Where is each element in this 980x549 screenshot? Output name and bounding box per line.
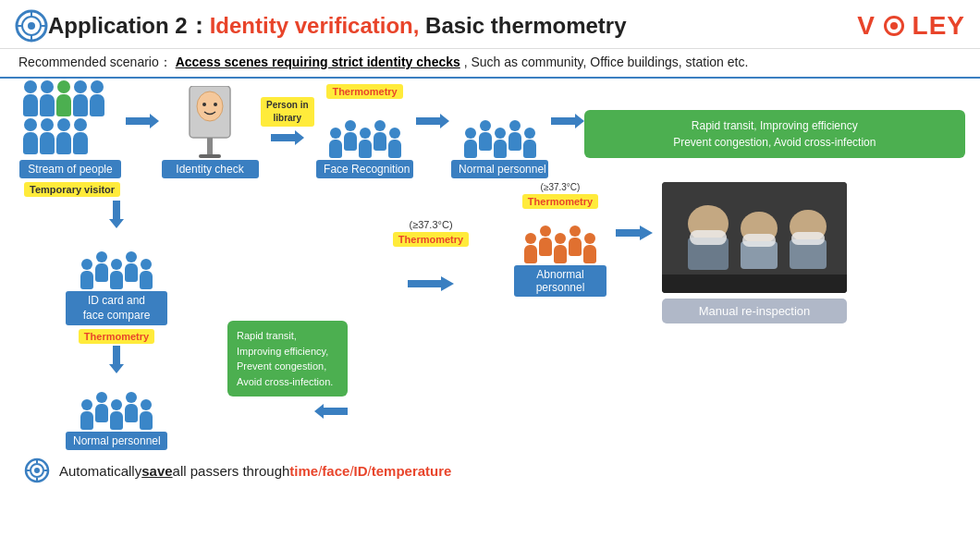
- scenario-bar: Recommended scenario： Access scenes requ…: [0, 49, 980, 77]
- middle-branch: (≥37.3°C) Thermometry: [357, 182, 505, 450]
- person-icon: [23, 118, 38, 154]
- thermometry-badge-top: Thermometry: [326, 84, 402, 99]
- node-stream: Stream of people: [15, 84, 126, 178]
- svg-point-10: [202, 103, 206, 106]
- svg-point-9: [197, 92, 223, 121]
- green-box-line2: Prevent congestion, Avoid cross-infectio…: [595, 134, 954, 151]
- svg-rect-31: [791, 232, 825, 245]
- right-branch: (≥37.3°C) Thermometry Abnormalpersonnel: [514, 182, 847, 450]
- person-icon: [508, 120, 521, 151]
- arrow-to-manual: [616, 182, 653, 284]
- person-icon: [583, 233, 596, 263]
- gb-line2: Improving efficiency,: [237, 344, 338, 360]
- arrow-middle-right: [408, 276, 454, 295]
- svg-point-11: [214, 103, 217, 106]
- scenario-prefix: Recommended scenario：: [18, 55, 172, 69]
- face-recognition-label: Face Recognition: [316, 160, 413, 178]
- person-icon: [125, 251, 138, 282]
- person-icon: [388, 128, 401, 158]
- time-word: time: [289, 463, 318, 479]
- app-label: Application 2：: [48, 13, 210, 38]
- stream-label: Stream of people: [19, 160, 121, 178]
- page-title: Application 2：Identity verification, Bas…: [48, 11, 627, 41]
- svg-marker-15: [416, 114, 449, 128]
- person-icon: [80, 259, 93, 289]
- person-icon: [95, 251, 108, 282]
- arrow-4: [551, 84, 584, 158]
- person-icon: [554, 233, 567, 263]
- person-icon: [73, 80, 88, 116]
- svg-point-35: [34, 468, 40, 473]
- arrow-3: [416, 84, 449, 158]
- person-icon: [140, 399, 153, 430]
- arrow-2: Person inlibrary: [261, 84, 314, 158]
- svg-marker-20: [408, 276, 454, 291]
- green-box-line1: Rapid transit, Improving efficiency: [595, 117, 954, 134]
- person-in-library-badge: Person inlibrary: [261, 97, 314, 127]
- left-branch: Temporary visitor ID card andface compar…: [15, 182, 218, 450]
- person-icon: [569, 226, 582, 256]
- person-icon: [479, 120, 492, 151]
- abnormal-row: (≥37.3°C) Thermometry Abnormalpersonnel: [514, 182, 847, 323]
- temp-badge-middle: (≥37.3°C): [409, 219, 452, 230]
- id-word: ID: [354, 463, 368, 479]
- auto-save-prefix: Automatically: [59, 463, 141, 479]
- save-word: save: [141, 463, 172, 479]
- person-icon: [95, 392, 108, 422]
- normal-bottom-label: Normal personnel: [66, 432, 167, 450]
- manual-reinspection-label: Manual re-inspection: [662, 299, 847, 323]
- person-icon: [23, 80, 38, 116]
- person-icon: [329, 128, 342, 158]
- target-icon: [15, 9, 48, 43]
- green-box-bottom-left: Rapid transit, Improving efficiency, Pre…: [227, 321, 348, 396]
- person-icon: [56, 80, 71, 116]
- person-icon: [359, 128, 372, 158]
- temperature-word: temperature: [372, 463, 452, 479]
- node-id-card: ID card andface compare: [66, 234, 167, 325]
- node-abnormal: (≥37.3°C) Thermometry Abnormalpersonnel: [514, 182, 606, 297]
- kiosk-icon: [182, 86, 238, 158]
- svg-marker-14: [271, 130, 304, 145]
- arrow-left-to-normal: [227, 398, 348, 424]
- down-arrow-1: [109, 201, 124, 232]
- main-content: Stream of people: [0, 79, 980, 485]
- top-flow-row: Stream of people: [15, 84, 965, 178]
- person-icon: [523, 128, 536, 158]
- person-icon: [494, 128, 507, 158]
- person-icon: [40, 80, 55, 116]
- person-icon: [374, 120, 386, 151]
- svg-rect-25: [690, 230, 727, 245]
- node-face-recognition: Thermometry Face Recognition: [314, 84, 416, 178]
- manual-inspection: Manual re-inspection: [662, 182, 847, 323]
- green-box-top: Rapid transit, Improving efficiency Prev…: [584, 110, 965, 158]
- subtitle-label: Basic thermometry: [419, 13, 626, 38]
- bottom-section: Temporary visitor ID card andface compar…: [15, 182, 965, 450]
- identity-label: Identity verification,: [210, 13, 420, 38]
- svg-marker-19: [314, 404, 348, 419]
- person-icon: [110, 399, 123, 430]
- masked-people-photo: [662, 182, 847, 293]
- scenario-suffix: , Such as community, Office buildings, s…: [464, 55, 749, 69]
- person-icon: [90, 80, 104, 116]
- gb-line1: Rapid transit,: [237, 328, 338, 344]
- id-card-label: ID card andface compare: [66, 291, 167, 325]
- node-identity: Identity check: [159, 84, 261, 178]
- person-icon: [524, 233, 537, 263]
- person-icon: [539, 226, 552, 256]
- brand-logo: V LEY: [857, 11, 965, 41]
- svg-rect-32: [662, 274, 847, 293]
- identity-label: Identity check: [162, 160, 259, 178]
- svg-rect-28: [742, 234, 776, 247]
- normal-personnel-label: Normal personnel: [451, 160, 548, 178]
- person-icon: [125, 392, 138, 422]
- svg-rect-13: [199, 154, 221, 158]
- person-icon: [73, 118, 88, 154]
- abnormal-label: Abnormalpersonnel: [514, 265, 606, 297]
- person-icon: [40, 118, 55, 154]
- person-icon: [110, 259, 123, 289]
- auto-save-bar: Automatically save all passers through t…: [15, 452, 965, 485]
- svg-marker-7: [126, 114, 159, 128]
- auto-save-icon: [24, 458, 50, 483]
- thermometry-badge-left: Thermometry: [79, 329, 154, 344]
- auto-save-middle: all passers through: [173, 463, 290, 479]
